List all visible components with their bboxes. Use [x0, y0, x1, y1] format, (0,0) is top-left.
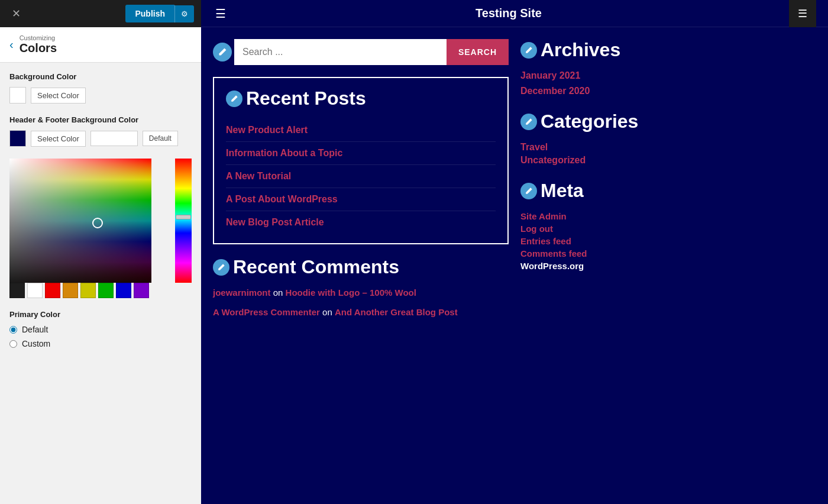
comment-item-1: joewarnimont on Hoodie with Logo – 100% … — [213, 287, 509, 298]
recent-comments-section: Recent Comments joewarnimont on Hoodie w… — [213, 256, 509, 327]
pencil-icon — [525, 118, 533, 126]
bg-color-swatch[interactable] — [9, 87, 26, 104]
categories-section: Categories Travel Uncategorized — [520, 111, 816, 166]
site-preview: ☰ Testing Site ☰ SEARCH Archives January… — [201, 0, 828, 504]
customizer-panel: ✕ Publish ⚙ ‹ Customizing Colors Backgro… — [0, 0, 201, 504]
color-picker-container — [9, 159, 192, 298]
search-edit-icon-button[interactable] — [213, 43, 232, 62]
meta-links: Site Admin Log out Entries feed Comments… — [520, 211, 816, 271]
right-menu-button[interactable]: ☰ — [789, 0, 816, 27]
comment-on-1: on — [273, 287, 286, 298]
color-swatch-item[interactable] — [27, 283, 43, 298]
color-swatch-item[interactable] — [63, 283, 78, 298]
back-arrow[interactable]: ‹ — [9, 38, 14, 51]
post-link-1[interactable]: New Product Alert — [226, 119, 496, 142]
color-swatch-item[interactable] — [45, 283, 60, 298]
search-button[interactable]: SEARCH — [447, 39, 509, 65]
bg-color-row: Select Color — [9, 87, 192, 104]
recent-posts-heading: Recent Posts — [246, 88, 366, 109]
categories-edit-icon[interactable] — [520, 114, 537, 130]
color-swatch-item[interactable] — [9, 283, 25, 298]
recent-posts-title: Recent Posts — [226, 88, 496, 109]
radio-custom[interactable]: Custom — [9, 339, 192, 348]
radio-default-label: Default — [22, 325, 48, 334]
comment-on-2: on — [322, 307, 335, 317]
bg-color-label: Background Color — [9, 72, 192, 81]
pencil-icon — [230, 95, 238, 103]
comment-item-2: A WordPress Commenter on And Another Gre… — [213, 307, 509, 317]
site-content: SEARCH Archives January 2021 December 20… — [201, 27, 828, 338]
publish-button[interactable]: Publish — [125, 5, 174, 22]
hamburger-menu-button[interactable]: ☰ — [213, 4, 228, 23]
close-button[interactable]: ✕ — [7, 5, 25, 22]
site-title: Testing Site — [476, 7, 542, 20]
archive-links: January 2021 December 2020 — [520, 70, 816, 96]
search-input[interactable] — [234, 39, 447, 65]
gradient-canvas[interactable] — [9, 159, 151, 283]
header-footer-color-label: Header & Footer Background Color — [9, 115, 192, 124]
header-footer-select-color-button[interactable]: Select Color — [31, 131, 86, 147]
publish-settings-button[interactable]: ⚙ — [174, 5, 194, 22]
categories-heading: Categories — [541, 111, 638, 133]
radio-custom-label: Custom — [22, 339, 50, 348]
meta-wordpress-org[interactable]: WordPress.org — [520, 261, 816, 271]
comment-post-2[interactable]: And Another Great Blog Post — [335, 307, 458, 317]
meta-title: Meta — [520, 180, 816, 202]
publish-group: Publish ⚙ — [125, 5, 194, 22]
primary-color-section: Primary Color Default Custom — [9, 310, 192, 348]
search-bar-row: SEARCH — [213, 39, 509, 65]
hex-input[interactable]: #000256 — [90, 131, 138, 146]
post-link-5[interactable]: New Blog Post Article — [226, 211, 496, 234]
default-button[interactable]: Default — [143, 131, 178, 146]
archive-link-jan2021[interactable]: January 2021 — [520, 70, 816, 81]
archive-link-dec2020[interactable]: December 2020 — [520, 86, 816, 96]
pencil-icon — [217, 263, 225, 272]
header-footer-color-row: Select Color #000256 Default — [9, 130, 192, 147]
breadcrumb-title: Colors — [20, 41, 57, 55]
hue-slider-thumb — [176, 215, 191, 219]
recent-comments-heading: Recent Comments — [233, 256, 399, 278]
radio-default-input[interactable] — [9, 326, 17, 334]
customizer-topbar: ✕ Publish ⚙ — [0, 0, 201, 27]
primary-color-label: Primary Color — [9, 310, 192, 319]
recent-posts-edit-icon[interactable] — [226, 91, 242, 107]
bg-select-color-button[interactable]: Select Color — [31, 88, 86, 104]
radio-custom-input[interactable] — [9, 340, 17, 348]
meta-site-admin[interactable]: Site Admin — [520, 211, 816, 221]
breadcrumb-text: Customizing Colors — [20, 34, 57, 55]
categories-title: Categories — [520, 111, 816, 133]
meta-entries-feed[interactable]: Entries feed — [520, 236, 816, 246]
header-footer-swatch[interactable] — [9, 130, 26, 147]
picker-wrapper — [9, 159, 192, 283]
cat-link-travel[interactable]: Travel — [520, 142, 816, 153]
archives-title: Archives — [520, 39, 816, 61]
pencil-icon — [218, 47, 227, 57]
meta-edit-icon[interactable] — [520, 183, 537, 199]
color-swatch-item[interactable] — [116, 283, 131, 298]
pencil-icon — [525, 187, 533, 195]
archives-column: Archives January 2021 December 2020 Cate… — [520, 39, 816, 327]
archives-heading: Archives — [541, 39, 620, 61]
comment-post-1[interactable]: Hoodie with Logo – 100% Wool — [286, 287, 416, 298]
commenter-name-2[interactable]: A WordPress Commenter — [213, 307, 320, 317]
commenter-name-1[interactable]: joewarnimont — [213, 287, 271, 298]
recent-posts-box: Recent Posts New Product Alert Informati… — [213, 77, 509, 244]
post-link-2[interactable]: Information About a Topic — [226, 142, 496, 165]
color-swatch-item[interactable] — [80, 283, 96, 298]
color-swatch-item[interactable] — [134, 283, 149, 298]
archives-edit-icon[interactable] — [520, 42, 537, 59]
meta-logout[interactable]: Log out — [520, 224, 816, 234]
recent-comments-edit-icon[interactable] — [213, 259, 229, 276]
hue-slider[interactable] — [175, 159, 192, 283]
pencil-icon — [525, 46, 533, 54]
meta-heading: Meta — [541, 180, 584, 202]
color-swatches-row — [9, 283, 151, 298]
breadcrumb-parent: Customizing — [20, 34, 57, 41]
radio-default[interactable]: Default — [9, 325, 192, 334]
post-link-3[interactable]: A New Tutorial — [226, 165, 496, 188]
site-header: ☰ Testing Site ☰ — [201, 0, 828, 27]
post-link-4[interactable]: A Post About WordPress — [226, 188, 496, 211]
cat-link-uncategorized[interactable]: Uncategorized — [520, 155, 816, 166]
meta-comments-feed[interactable]: Comments feed — [520, 248, 816, 259]
color-swatch-item[interactable] — [98, 283, 114, 298]
